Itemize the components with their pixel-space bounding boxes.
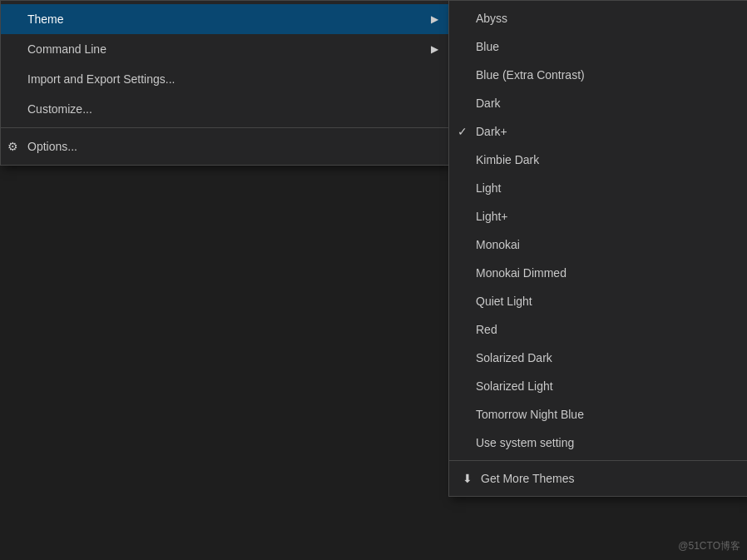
theme-kimbie-dark-label: Kimbie Dark [476,153,734,166]
theme-monokai-label: Monokai [476,238,734,251]
theme-item-use-system-setting[interactable]: Use system setting [449,429,747,457]
gear-icon: ⚙ [7,140,18,153]
theme-item-monokai[interactable]: Monokai [449,230,747,259]
theme-blue-label: Blue [476,40,734,53]
theme-item-light[interactable]: Light [449,174,747,202]
download-icon: ⬇ [463,472,472,485]
menu-item-customize[interactable]: Customize... [1,94,448,124]
theme-monokai-dimmed-label: Monokai Dimmed [476,266,734,280]
submenu-arrow-icon-2: ▶ [431,43,438,55]
theme-blue-extra-contrast-label: Blue (Extra Contrast) [476,68,734,82]
menu-item-theme-label: Theme [27,12,431,26]
primary-menu: Theme ▶ Command Line ▶ Import and Export… [0,0,449,166]
theme-item-quiet-light[interactable]: Quiet Light [449,287,747,315]
theme-solarized-light-label: Solarized Light [476,379,734,393]
menu-item-customize-label: Customize... [27,102,438,116]
theme-quiet-light-label: Quiet Light [476,295,734,308]
get-more-themes-label: Get More Themes [481,472,575,485]
menu-item-theme[interactable]: Theme ▶ [1,4,448,34]
theme-item-kimbie-dark[interactable]: Kimbie Dark [449,146,747,174]
theme-item-solarized-dark[interactable]: Solarized Dark [449,344,747,372]
menu-item-command-line[interactable]: Command Line ▶ [1,34,448,64]
menu-item-import-export[interactable]: Import and Export Settings... [1,64,448,94]
theme-item-dark[interactable]: Dark [449,89,747,117]
theme-item-red[interactable]: Red [449,315,747,344]
theme-item-light-plus[interactable]: Light+ [449,202,747,230]
theme-abyss-label: Abyss [476,12,734,25]
theme-submenu: Abyss Blue Blue (Extra Contrast) Dark ✓ … [448,0,747,497]
theme-light-plus-label: Light+ [476,210,734,223]
theme-item-abyss[interactable]: Abyss [449,4,747,32]
theme-item-blue-extra-contrast[interactable]: Blue (Extra Contrast) [449,61,747,89]
get-more-themes-item[interactable]: ⬇ Get More Themes [449,464,747,493]
menu-item-options-label: Options... [27,140,438,153]
theme-use-system-setting-label: Use system setting [476,436,734,449]
theme-item-solarized-light[interactable]: Solarized Light [449,372,747,400]
theme-item-tomorrow-night-blue[interactable]: Tomorrow Night Blue [449,400,747,429]
theme-red-label: Red [476,323,734,336]
theme-dark-label: Dark [476,97,734,110]
theme-dark-plus-label: Dark+ [476,125,734,138]
menu-container: Theme ▶ Command Line ▶ Import and Export… [0,0,449,166]
menu-item-import-export-label: Import and Export Settings... [27,72,438,86]
submenu-divider [449,460,747,461]
theme-light-label: Light [476,181,734,195]
watermark: @51CTO博客 [678,539,740,553]
theme-tomorrow-night-blue-label: Tomorrow Night Blue [476,408,734,421]
primary-menu-divider [1,127,448,128]
submenu-arrow-icon: ▶ [431,13,438,25]
theme-item-monokai-dimmed[interactable]: Monokai Dimmed [449,259,747,287]
theme-item-blue[interactable]: Blue [449,32,747,61]
theme-item-dark-plus[interactable]: ✓ Dark+ [449,117,747,146]
menu-item-options[interactable]: ⚙ Options... [1,131,448,161]
theme-solarized-dark-label: Solarized Dark [476,351,734,364]
checkmark-icon: ✓ [458,125,467,138]
menu-item-command-line-label: Command Line [27,42,431,56]
